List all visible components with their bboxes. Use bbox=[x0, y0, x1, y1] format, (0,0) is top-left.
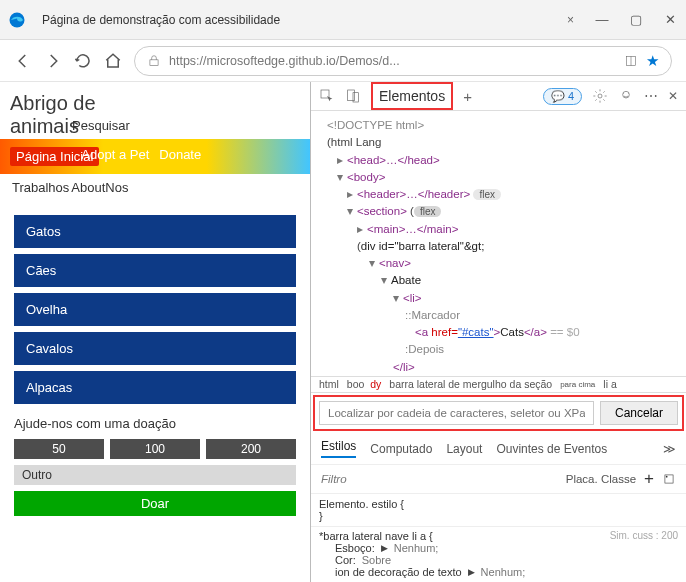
url-text: https://microsoftedge.github.io/Demos/d.… bbox=[169, 54, 616, 68]
svg-rect-4 bbox=[348, 90, 355, 101]
animal-item-alpacas[interactable]: Alpacas bbox=[14, 371, 296, 404]
amount-100[interactable]: 100 bbox=[110, 439, 200, 459]
donate-button[interactable]: Doar bbox=[14, 491, 296, 516]
forward-icon[interactable] bbox=[44, 52, 62, 70]
inspect-icon[interactable] bbox=[319, 88, 335, 104]
settings-icon[interactable] bbox=[592, 88, 608, 104]
sub-nav: Trabalhos About Nos bbox=[0, 174, 310, 201]
amount-50[interactable]: 50 bbox=[14, 439, 104, 459]
search-label: Pesquisar bbox=[72, 118, 130, 133]
more-icon[interactable]: ⋯ bbox=[644, 88, 658, 104]
svg-rect-1 bbox=[150, 59, 158, 65]
address-bar: https://microsoftedge.github.io/Demos/d.… bbox=[0, 40, 686, 82]
feedback-icon[interactable] bbox=[618, 88, 634, 104]
add-tab-icon[interactable]: + bbox=[463, 88, 472, 105]
donate-amounts: 50 100 200 bbox=[14, 439, 296, 459]
page-content: Abrigo de animais Pesquisar Página Inici… bbox=[0, 82, 310, 582]
tab-listeners[interactable]: Ouvintes de Eventos bbox=[496, 442, 607, 456]
styles-pane[interactable]: Elemento. estilo { } *barra lateral nave… bbox=[311, 494, 686, 582]
device-icon[interactable] bbox=[345, 88, 361, 104]
reload-icon[interactable] bbox=[74, 52, 92, 70]
styles-tabs: Estilos Computado Layout Ouvintes de Eve… bbox=[311, 433, 686, 465]
donate-section: Ajude-nos com uma doação 50 100 200 Outr… bbox=[0, 404, 310, 528]
hov-cls[interactable]: Placa. Classe bbox=[566, 473, 636, 485]
animal-item-sheep[interactable]: Ovelha bbox=[14, 293, 296, 326]
window-controls: — ▢ ✕ bbox=[594, 12, 678, 28]
home-icon[interactable] bbox=[104, 52, 122, 70]
animal-item-dogs[interactable]: Cães bbox=[14, 254, 296, 287]
maximize-icon[interactable]: ▢ bbox=[628, 12, 644, 28]
search-input[interactable] bbox=[135, 117, 255, 135]
sub-about[interactable]: About bbox=[71, 180, 105, 195]
tab-title: Página de demonstração com acessibilidad… bbox=[42, 13, 280, 27]
back-icon[interactable] bbox=[14, 52, 32, 70]
pin-icon[interactable] bbox=[662, 472, 676, 486]
animal-item-cats[interactable]: Gatos bbox=[14, 215, 296, 248]
devtools-close-icon[interactable]: ✕ bbox=[668, 89, 678, 103]
animal-list: Gatos Cães Ovelha Cavalos Alpacas bbox=[0, 201, 310, 404]
tabs-more-icon[interactable]: ≫ bbox=[663, 442, 676, 456]
filter-input[interactable]: Filtro bbox=[321, 473, 558, 485]
page-nav: Página Inicial Adopt a Pet Donate bbox=[0, 139, 310, 174]
browser-tab[interactable]: Página de demonstração com acessibilidad… bbox=[34, 9, 582, 31]
find-input[interactable] bbox=[319, 401, 594, 425]
devtools-toolbar: Elementos + 💬 4 ⋯ ✕ bbox=[311, 82, 686, 111]
tab-close-icon[interactable]: × bbox=[567, 13, 574, 27]
minimize-icon[interactable]: — bbox=[594, 12, 610, 28]
find-cancel-button[interactable]: Cancelar bbox=[600, 401, 678, 425]
tab-elements[interactable]: Elementos bbox=[371, 82, 453, 110]
tab-layout[interactable]: Layout bbox=[446, 442, 482, 456]
dom-tree[interactable]: <!DOCTYPE html> (html Lang ▸<head>…</hea… bbox=[311, 111, 686, 376]
issues-badge[interactable]: 💬 4 bbox=[543, 88, 582, 105]
sub-jobs[interactable]: Trabalhos bbox=[12, 180, 69, 195]
find-bar: Cancelar bbox=[313, 395, 684, 431]
devtools-panel: Elementos + 💬 4 ⋯ ✕ <!DOCTYPE html> (htm… bbox=[310, 82, 686, 582]
breadcrumb[interactable]: html boo dy barra lateral de mergulho da… bbox=[311, 376, 686, 393]
amount-200[interactable]: 200 bbox=[206, 439, 296, 459]
tab-styles[interactable]: Estilos bbox=[321, 439, 356, 458]
sub-nos[interactable]: Nos bbox=[105, 180, 128, 195]
filter-row: Filtro Placa. Classe + bbox=[311, 465, 686, 494]
nav-adopt[interactable]: Adopt a Pet bbox=[81, 147, 149, 166]
svg-point-9 bbox=[666, 476, 668, 478]
amount-other[interactable]: Outro bbox=[14, 465, 296, 485]
titlebar: Página de demonstração com acessibilidad… bbox=[0, 0, 686, 40]
svg-point-6 bbox=[598, 94, 602, 98]
nav-donate[interactable]: Donate bbox=[159, 147, 201, 166]
new-rule-icon[interactable]: + bbox=[644, 469, 654, 489]
tab-computed[interactable]: Computado bbox=[370, 442, 432, 456]
url-box[interactable]: https://microsoftedge.github.io/Demos/d.… bbox=[134, 46, 672, 76]
favorite-icon[interactable]: ★ bbox=[646, 52, 659, 70]
reader-icon[interactable] bbox=[624, 54, 638, 68]
animal-item-horses[interactable]: Cavalos bbox=[14, 332, 296, 365]
selected-node[interactable]: <a href="#cats">Cats</a> == $0 bbox=[327, 324, 680, 341]
lock-icon bbox=[147, 54, 161, 68]
close-icon[interactable]: ✕ bbox=[662, 12, 678, 28]
donate-heading: Ajude-nos com uma doação bbox=[14, 416, 296, 431]
edge-icon bbox=[8, 11, 26, 29]
